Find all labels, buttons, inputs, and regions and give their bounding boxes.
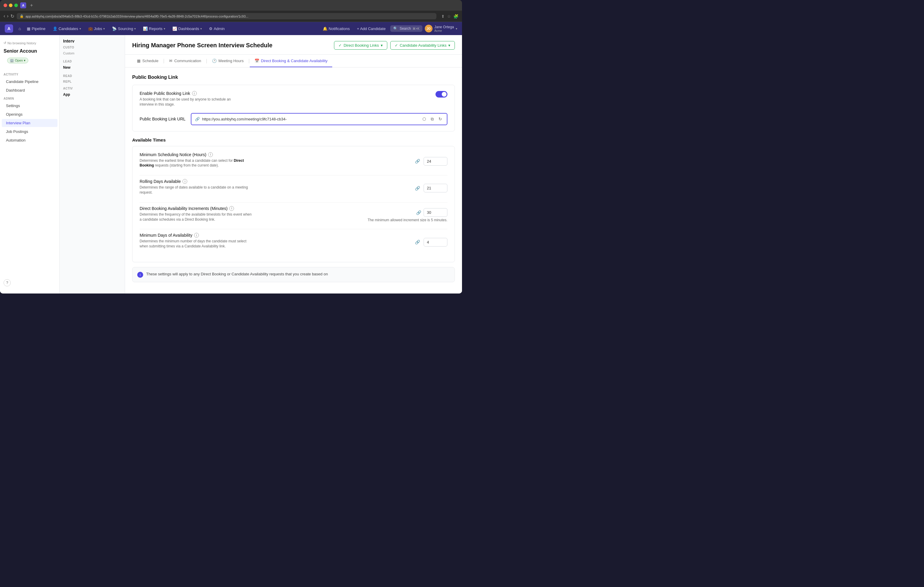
sidebar-item-job-postings[interactable]: Job Postings xyxy=(2,128,58,136)
sourcing-icon: 📡 xyxy=(112,26,117,31)
sidebar-item-automation[interactable]: Automation xyxy=(2,136,58,144)
notifications-label: Notifications xyxy=(328,26,350,31)
tab-favicon: A xyxy=(20,2,26,8)
nav-pipeline[interactable]: ▦ Pipeline xyxy=(24,25,48,32)
rolling-days-row: Rolling Days Available i Determines the … xyxy=(140,179,447,197)
rolling-days-desc: Determines the range of dates available … xyxy=(140,185,253,195)
chevron-down-icon: ▾ xyxy=(381,43,383,48)
min-scheduling-desc: Determines the earliest time that a cand… xyxy=(140,158,253,168)
tab-direct-booking[interactable]: 📅 Direct Booking & Candidate Availabilit… xyxy=(250,55,333,67)
reload-button[interactable]: ↻ xyxy=(10,13,14,19)
available-times-header: Available Times xyxy=(132,137,455,143)
schedule-icon: ▦ xyxy=(137,59,140,63)
nav-admin[interactable]: ⚙ Admin xyxy=(206,25,228,32)
candidates-icon: 👤 xyxy=(53,26,58,31)
min-days-input[interactable] xyxy=(424,238,447,247)
min-scheduling-info-icon[interactable]: i xyxy=(208,152,213,157)
back-button[interactable]: ‹ xyxy=(3,13,5,19)
nav-reports[interactable]: 📊 Reports ▾ xyxy=(140,25,168,32)
tab-communication[interactable]: ✉ Communication xyxy=(164,55,206,67)
app-logo: A xyxy=(5,25,13,33)
candidate-availability-links-button[interactable]: ✓ Candidate Availability Links ▾ xyxy=(390,41,455,50)
check-icon: ✓ xyxy=(338,43,342,48)
extensions-icon[interactable]: 🧩 xyxy=(454,14,459,19)
nav-candidates[interactable]: 👤 Candidates ▾ xyxy=(50,25,84,32)
help-button[interactable]: ? xyxy=(3,279,11,286)
enable-booking-toggle[interactable] xyxy=(436,91,447,97)
rolling-days-info-icon[interactable]: i xyxy=(183,179,187,184)
new-tab-button[interactable]: + xyxy=(28,2,35,8)
url-action-buttons: ⬡ ⧉ ↻ xyxy=(421,116,443,122)
copy-icon[interactable]: ⧉ xyxy=(429,116,435,122)
middle-repl-label: Repl xyxy=(63,80,121,83)
nav-label: Jobs xyxy=(94,26,102,31)
open-status-badge[interactable]: 🏢 Open ▾ xyxy=(7,58,28,63)
direct-booking-increments-row: Direct Booking Availability Increments (… xyxy=(140,206,447,225)
user-menu[interactable]: JO Jane Ortega Acme ▾ xyxy=(425,25,457,33)
increment-note: The minimum allowed increment size is 5 … xyxy=(368,218,447,222)
open-icon: 🏢 xyxy=(10,59,14,62)
min-scheduling-input[interactable] xyxy=(424,157,447,166)
header-actions: ✓ Direct Booking Links ▾ ✓ Candidate Ava… xyxy=(334,41,455,50)
refresh-icon[interactable]: ↻ xyxy=(437,116,443,122)
sidebar-item-settings[interactable]: Settings xyxy=(2,102,58,110)
sidebar-item-openings[interactable]: Openings xyxy=(2,110,58,118)
direct-booking-info-icon[interactable]: i xyxy=(229,206,234,211)
tab-schedule[interactable]: ▦ Schedule xyxy=(132,55,163,67)
link-chain-icon[interactable]: 🔗 xyxy=(415,159,420,164)
nav-dashboards[interactable]: 📈 Dashboards ▾ xyxy=(169,25,205,32)
booking-url-input[interactable]: 🔗 https://you.ashbyhq.com/meeting/c9fc71… xyxy=(191,113,447,125)
sidebar-item-dashboard[interactable]: Dashboard xyxy=(2,86,58,94)
search-button[interactable]: 🔍 Search ⌘+K xyxy=(390,25,422,32)
nav-sourcing[interactable]: 📡 Sourcing ▾ xyxy=(109,25,139,32)
notifications-button[interactable]: 🔔 Notifications xyxy=(320,25,352,32)
middle-custo-label: Custo xyxy=(63,46,121,49)
link-chain-icon[interactable]: 🔗 xyxy=(415,240,420,245)
booking-url-text: https://you.ashbyhq.com/meeting/c9fc7148… xyxy=(202,117,419,121)
user-chevron: ▾ xyxy=(456,27,457,30)
home-button[interactable]: ⌂ xyxy=(16,25,23,32)
search-shortcut: ⌘+K xyxy=(412,27,419,30)
sidebar-section-admin: ADMIN xyxy=(0,95,59,101)
rolling-days-input[interactable] xyxy=(424,184,447,192)
sidebar-item-candidate-pipeline[interactable]: Candidate Pipeline xyxy=(2,77,58,86)
calendar-icon: 📅 xyxy=(254,59,259,63)
address-bar[interactable]: 🔒 app.ashbyhq.com/jobs/a094a6c5-88b3-43c… xyxy=(16,13,436,19)
min-scheduling-label: Minimum Scheduling Notice (Hours) i xyxy=(140,152,411,157)
close-button[interactable] xyxy=(3,3,7,7)
bookmark-icon[interactable]: ☆ xyxy=(447,14,451,19)
middle-panel: Interv Custo Custom Lead New Read Repl A… xyxy=(59,35,125,294)
direct-booking-increments-input[interactable] xyxy=(424,208,447,217)
tabs-bar: ▦ Schedule | ✉ Communication | 🕐 Meeting… xyxy=(125,55,462,67)
browser-window: A + ‹ › ↻ 🔒 app.ashbyhq.com/jobs/a094a6c… xyxy=(0,0,462,294)
nav-label: Candidates xyxy=(59,26,78,31)
tab-meeting-hours[interactable]: 🕐 Meeting Hours xyxy=(207,55,249,67)
lock-icon: 🔒 xyxy=(20,14,24,18)
link-chain-icon[interactable]: 🔗 xyxy=(416,210,421,215)
sidebar-item-interview-plan[interactable]: Interview Plan xyxy=(2,119,58,127)
check-icon: ✓ xyxy=(395,43,398,48)
direct-booking-desc: Determines the frequency of the availabl… xyxy=(140,212,253,222)
share-icon[interactable]: ⬆ xyxy=(441,14,445,19)
bottom-note: i These settings will apply to any Direc… xyxy=(132,267,455,282)
nav-jobs[interactable]: 💼 Jobs ▾ xyxy=(85,25,108,32)
dropdown-chevron: ▾ xyxy=(200,27,202,30)
enable-booking-row: Enable Public Booking Link i A booking l… xyxy=(140,91,447,107)
detail-panel: Hiring Manager Phone Screen Interview Sc… xyxy=(125,35,462,294)
maximize-button[interactable] xyxy=(14,3,18,7)
link-chain-icon[interactable]: 🔗 xyxy=(415,186,420,191)
booking-url-row: Public Booking Link URL 🔗 https://you.as… xyxy=(140,112,447,125)
minimize-button[interactable] xyxy=(9,3,13,7)
min-days-info-icon[interactable]: i xyxy=(194,233,199,238)
direct-booking-links-button[interactable]: ✓ Direct Booking Links ▾ xyxy=(334,41,387,50)
open-external-icon[interactable]: ⬡ xyxy=(421,116,427,122)
sidebar-history: ↺ No browsing history xyxy=(0,39,59,47)
direct-booking-increments-label: Direct Booking Availability Increments (… xyxy=(140,206,364,211)
forward-button[interactable]: › xyxy=(7,13,8,19)
dashboards-icon: 📈 xyxy=(172,26,177,31)
add-candidate-button[interactable]: + Add Candidate xyxy=(355,25,388,32)
activity-new: New xyxy=(63,64,121,71)
bottom-note-text: These settings will apply to any Direct … xyxy=(146,271,328,277)
enable-info-icon[interactable]: i xyxy=(192,91,197,96)
jobs-icon: 💼 xyxy=(88,26,93,31)
